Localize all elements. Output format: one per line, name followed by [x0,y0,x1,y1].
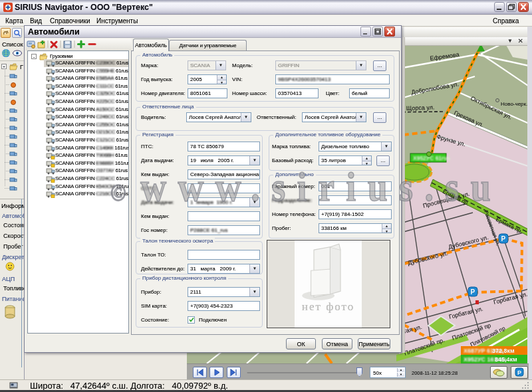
svg-text:P: P [517,369,521,376]
svg-text:P: P [471,288,475,296]
svg-text:Ново-черк.: Ново-черк. [501,101,527,107]
svg-text:P: P [501,235,506,243]
svg-text:845,4км: 845,4км [495,356,517,363]
svg-text:Х952УС 61rus: Х952УС 61rus [413,155,451,161]
svg-text:372,8км: 372,8км [492,347,515,354]
svg-text:Щорса ул.: Щорса ул. [406,104,435,112]
